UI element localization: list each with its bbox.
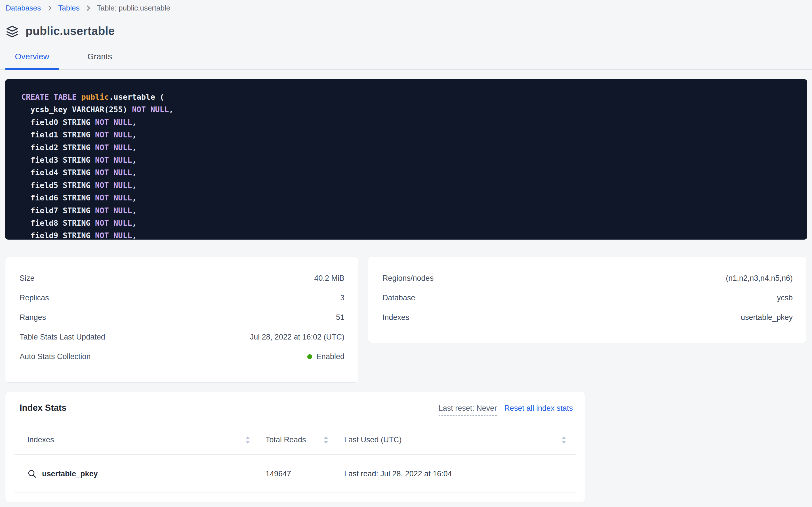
- detail-value: 40.2 MiB: [314, 274, 345, 283]
- sort-arrows-icon[interactable]: [561, 436, 566, 444]
- detail-value: 3: [340, 293, 345, 302]
- tab-overview[interactable]: Overview: [5, 52, 59, 69]
- column-header-label: Last Used (UTC): [344, 436, 402, 444]
- detail-row: Table Stats Last UpdatedJul 28, 2022 at …: [19, 327, 345, 347]
- detail-value: Enabled: [307, 352, 345, 361]
- breadcrumb: Databases Tables Table: public.usertable: [0, 0, 812, 12]
- table-layers-icon: [6, 25, 19, 38]
- sort-down-icon: [561, 441, 566, 444]
- index-stats-header: Index Stats Last reset: Never Reset all …: [5, 403, 585, 415]
- total-reads-cell: 149647: [250, 469, 330, 478]
- index-stats-table: IndexesTotal ReadsLast Used (UTC) userta…: [14, 436, 576, 493]
- detail-row: Replicas3: [19, 288, 345, 308]
- tab-grants[interactable]: Grants: [87, 52, 112, 69]
- detail-label: Regions/nodes: [382, 274, 434, 283]
- column-header-total-reads[interactable]: Total Reads: [250, 436, 330, 444]
- detail-value-text: 51: [336, 313, 345, 322]
- breadcrumb-current: Table: public.usertable: [97, 4, 170, 12]
- table-meta-card: Regions/nodes(n1,n2,n3,n4,n5,n6)Database…: [368, 257, 806, 343]
- sql-line: field7 STRING NOT NULL,: [21, 205, 802, 217]
- tab-bar: Overview Grants: [0, 52, 812, 70]
- sort-up-icon: [324, 436, 328, 439]
- tab-bar-divider: [0, 69, 812, 70]
- column-header-label: Total Reads: [265, 436, 306, 444]
- sql-line: field1 STRING NOT NULL,: [21, 129, 802, 141]
- breadcrumb-chevron-icon: [47, 5, 52, 10]
- sort-arrows-icon[interactable]: [245, 436, 250, 444]
- sort-arrows-icon[interactable]: [324, 436, 328, 444]
- detail-label: Replicas: [19, 293, 49, 302]
- detail-value: usertable_pkey: [741, 313, 793, 322]
- page-header: public.usertable: [6, 24, 812, 38]
- detail-label: Size: [19, 274, 35, 283]
- sql-line: ycsb_key VARCHAR(255) NOT NULL,: [21, 103, 802, 116]
- detail-value: ycsb: [777, 293, 793, 302]
- detail-value-text: Enabled: [316, 352, 345, 361]
- sql-line: field0 STRING NOT NULL,: [21, 116, 802, 129]
- detail-value-text: 40.2 MiB: [314, 274, 345, 283]
- detail-row: Ranges51: [19, 308, 345, 327]
- detail-value-text: Jul 28, 2022 at 16:02 (UTC): [250, 333, 345, 341]
- detail-value-text: ycsb: [777, 293, 793, 302]
- detail-label: Database: [382, 293, 415, 302]
- detail-row: Databaseycsb: [382, 288, 793, 308]
- last-reset-label[interactable]: Last reset: Never: [439, 404, 497, 415]
- index-link[interactable]: usertable_pkey: [27, 469, 98, 478]
- index-name-text: usertable_pkey: [42, 469, 98, 478]
- last-used-value: Last read: Jul 28, 2022 at 16:04: [344, 469, 452, 478]
- detail-row: Indexesusertable_pkey: [382, 308, 793, 327]
- detail-value: (n1,n2,n3,n4,n5,n6): [726, 274, 793, 283]
- table-stats-card: Size40.2 MiBReplicas3Ranges51Table Stats…: [5, 257, 358, 383]
- detail-label: Auto Stats Collection: [19, 352, 91, 361]
- sort-down-icon: [245, 441, 250, 444]
- page-title: public.usertable: [25, 24, 115, 38]
- index-stats-card: Index Stats Last reset: Never Reset all …: [5, 392, 585, 502]
- detail-row: Auto Stats CollectionEnabled: [19, 347, 345, 367]
- detail-value-text: 3: [340, 293, 345, 302]
- total-reads-value: 149647: [265, 469, 291, 478]
- index-name-cell: usertable_pkey: [14, 469, 250, 478]
- detail-label: Indexes: [382, 313, 410, 322]
- column-header-label: Indexes: [27, 436, 54, 444]
- breadcrumb-link-tables[interactable]: Tables: [58, 4, 79, 12]
- table-details-section: Size40.2 MiBReplicas3Ranges51Table Stats…: [5, 257, 806, 383]
- magnifier-icon: [27, 469, 37, 478]
- sql-line: field3 STRING NOT NULL,: [21, 154, 802, 166]
- detail-value: Jul 28, 2022 at 16:02 (UTC): [250, 333, 345, 341]
- table-row-divider: [14, 493, 576, 493]
- last-used-cell: Last read: Jul 28, 2022 at 16:04: [330, 469, 576, 478]
- sql-line: field9 STRING NOT NULL,: [21, 229, 802, 240]
- breadcrumb-chevron-icon: [85, 5, 90, 10]
- index-stats-title: Index Stats: [19, 403, 66, 413]
- detail-label: Ranges: [19, 313, 46, 322]
- detail-row: Regions/nodes(n1,n2,n3,n4,n5,n6): [382, 269, 793, 288]
- sql-line: field6 STRING NOT NULL,: [21, 191, 802, 204]
- reset-all-index-stats-link[interactable]: Reset all index stats: [504, 404, 573, 413]
- breadcrumb-link-databases[interactable]: Databases: [6, 4, 41, 12]
- sort-up-icon: [245, 436, 250, 439]
- detail-value-text: (n1,n2,n3,n4,n5,n6): [726, 274, 793, 283]
- index-table-header: IndexesTotal ReadsLast Used (UTC): [14, 436, 576, 444]
- detail-row: Size40.2 MiB: [19, 269, 345, 288]
- column-header-last-used-utc[interactable]: Last Used (UTC): [330, 436, 576, 444]
- sql-line: field8 STRING NOT NULL,: [21, 217, 802, 229]
- sql-line: field4 STRING NOT NULL,: [21, 166, 802, 179]
- sql-line: field2 STRING NOT NULL,: [21, 142, 802, 154]
- detail-label: Table Stats Last Updated: [19, 333, 105, 341]
- sql-line: field5 STRING NOT NULL,: [21, 179, 802, 191]
- detail-value: 51: [336, 313, 345, 322]
- sql-line: CREATE TABLE public.usertable (: [21, 91, 802, 103]
- table-row: usertable_pkey149647Last read: Jul 28, 2…: [14, 455, 576, 493]
- detail-value-text: usertable_pkey: [741, 313, 793, 322]
- create-table-sql-block: CREATE TABLE public.usertable ( ycsb_key…: [5, 79, 807, 240]
- column-header-indexes[interactable]: Indexes: [14, 436, 250, 444]
- status-dot-green: [307, 354, 312, 359]
- sort-up-icon: [561, 436, 566, 439]
- sort-down-icon: [324, 441, 328, 444]
